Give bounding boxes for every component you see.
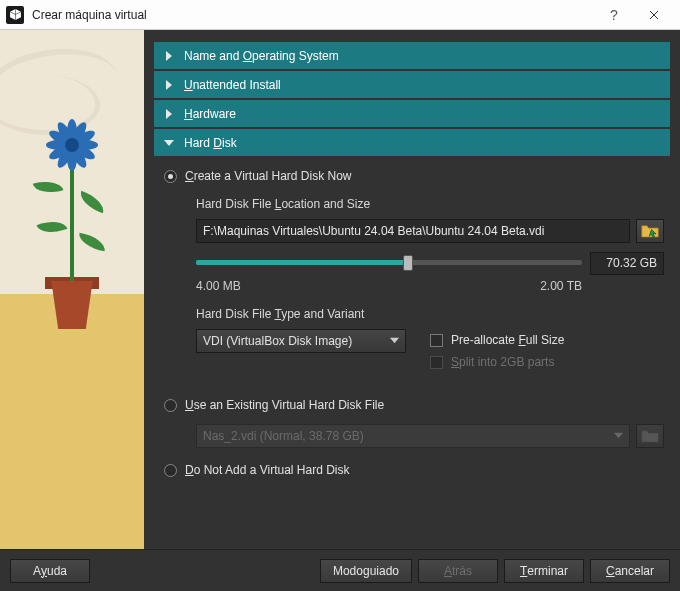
main-panel: Name and Operating System Unattended Ins… [144, 30, 680, 549]
split-checkbox-row: Split into 2GB parts [430, 355, 564, 369]
help-button[interactable]: ? [594, 1, 634, 29]
browse-folder-button[interactable] [636, 219, 664, 243]
file-type-combo[interactable]: VDI (VirtualBox Disk Image) [196, 329, 406, 353]
back-button: Atrás [418, 559, 498, 583]
disk-size-value[interactable]: 70.32 GB [590, 252, 664, 275]
section-hard-disk[interactable]: Hard Disk [154, 129, 670, 156]
radio-create-now[interactable]: Create a Virtual Hard Disk Now [164, 166, 664, 191]
section-name-os[interactable]: Name and Operating System [154, 42, 670, 69]
folder-icon [641, 223, 659, 239]
radio-no-disk[interactable]: Do Not Add a Virtual Hard Disk [164, 460, 664, 485]
location-size-label: Hard Disk File Location and Size [196, 197, 664, 211]
chevron-right-icon [164, 80, 174, 90]
finish-button[interactable]: Terminar [504, 559, 584, 583]
checkbox-icon [430, 356, 443, 369]
browse-existing-button [636, 424, 664, 448]
chevron-down-icon [390, 334, 399, 348]
preallocate-checkbox-row[interactable]: Pre-allocate Full Size [430, 333, 564, 347]
combo-value: VDI (VirtualBox Disk Image) [203, 334, 390, 348]
chevron-right-icon [164, 51, 174, 61]
section-unattended[interactable]: Unattended Install [154, 71, 670, 98]
folder-icon [641, 428, 659, 444]
help-button[interactable]: Ayuda [10, 559, 90, 583]
section-label: Hardware [184, 107, 236, 121]
hard-disk-body: Create a Virtual Hard Disk Now Hard Disk… [154, 158, 670, 493]
guided-mode-button[interactable]: Modo guiado [320, 559, 412, 583]
radio-icon[interactable] [164, 464, 177, 477]
chevron-down-icon [614, 429, 623, 443]
radio-icon[interactable] [164, 399, 177, 412]
radio-use-existing[interactable]: Use an Existing Virtual Hard Disk File [164, 395, 664, 420]
section-label: Name and Operating System [184, 49, 339, 63]
close-button[interactable] [634, 1, 674, 29]
radio-icon[interactable] [164, 170, 177, 183]
title-bar: Crear máquina virtual ? [0, 0, 680, 30]
chevron-down-icon [164, 138, 174, 148]
cancel-button[interactable]: Cancelar [590, 559, 670, 583]
radio-label: Use an Existing Virtual Hard Disk File [185, 398, 384, 412]
disk-size-slider[interactable] [196, 251, 582, 275]
section-label: Hard Disk [184, 136, 237, 150]
slider-max-label: 2.00 TB [540, 279, 582, 293]
section-label: Unattended Install [184, 78, 281, 92]
app-icon [6, 6, 24, 24]
chevron-right-icon [164, 109, 174, 119]
checkbox-label: Split into 2GB parts [451, 355, 554, 369]
wizard-illustration [0, 30, 144, 549]
checkbox-icon[interactable] [430, 334, 443, 347]
window-title: Crear máquina virtual [32, 8, 594, 22]
radio-label: Create a Virtual Hard Disk Now [185, 169, 352, 183]
checkbox-label: Pre-allocate Full Size [451, 333, 564, 347]
section-hardware[interactable]: Hardware [154, 100, 670, 127]
footer: Ayuda Modo guiado Atrás Terminar Cancela… [0, 549, 680, 591]
radio-label: Do Not Add a Virtual Hard Disk [185, 463, 350, 477]
combo-value: Nas_2.vdi (Normal, 38.78 GB) [203, 429, 364, 443]
existing-disk-combo: Nas_2.vdi (Normal, 38.78 GB) [196, 424, 630, 448]
disk-path-input[interactable] [196, 219, 630, 243]
type-variant-label: Hard Disk File Type and Variant [196, 307, 664, 321]
slider-min-label: 4.00 MB [196, 279, 241, 293]
